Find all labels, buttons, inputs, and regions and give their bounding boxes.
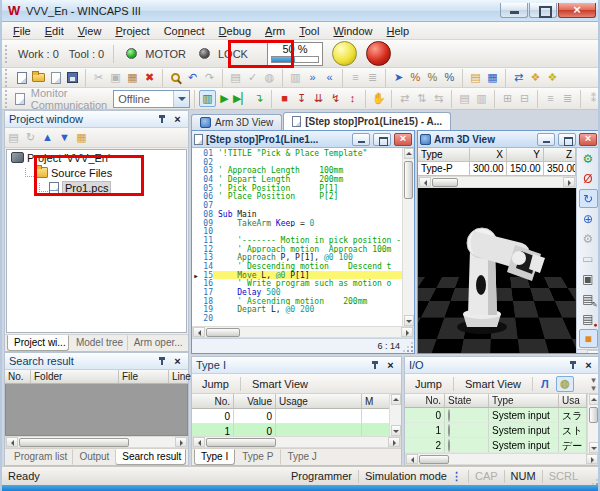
arm-traverse-icon[interactable]: ⇄ — [510, 69, 527, 86]
code-line-12[interactable]: 12 ' Approach motion Approach 100m — [192, 245, 402, 254]
file-transfer-icon[interactable]: ▥ — [199, 90, 216, 107]
column-header-y[interactable]: Y — [507, 148, 544, 162]
close-icon[interactable] — [579, 133, 597, 146]
code-line-16[interactable]: 16 ' Write program such as motion o — [192, 279, 402, 288]
run-to-cursor-icon[interactable]: ▶▏ — [233, 90, 250, 107]
position-value-cell[interactable]: 350.00 — [544, 162, 576, 176]
move-up-icon[interactable]: ▲ — [39, 129, 56, 146]
paste-icon[interactable]: ▦ — [124, 69, 141, 86]
scroll-thumb[interactable] — [206, 328, 240, 337]
tab-search-result[interactable]: Search result — [115, 449, 186, 465]
code-line-19[interactable]: 19 Depart L, @0 200 — [192, 305, 402, 314]
column-header-no[interactable]: No. — [5, 370, 31, 383]
column-header-m[interactable]: M — [362, 394, 389, 409]
cell[interactable] — [362, 409, 389, 424]
scroll-right-icon[interactable] — [401, 327, 413, 337]
run-icon[interactable]: ▶ — [216, 90, 233, 107]
pin-icon[interactable] — [156, 355, 169, 368]
io-row-0[interactable]: 0System inputスラ — [405, 408, 587, 423]
io-usage-cell[interactable]: スラ — [559, 408, 587, 423]
delete-icon[interactable]: ✖ — [141, 69, 158, 86]
halt-icon[interactable]: ↯ — [327, 90, 344, 107]
column-header-no[interactable]: No. — [405, 394, 445, 408]
close-icon[interactable] — [582, 359, 595, 372]
strip-scroll-corner[interactable] — [577, 349, 599, 353]
column-header-x[interactable]: X — [470, 148, 507, 162]
type-i-header[interactable]: Type I — [192, 357, 401, 374]
scroll-left-icon[interactable] — [6, 437, 18, 447]
position-value-cell[interactable]: 150.00 — [507, 162, 544, 176]
menu-project[interactable]: Project — [108, 24, 156, 38]
move-down-icon[interactable]: ▼ — [56, 129, 73, 146]
pin-icon[interactable] — [567, 359, 580, 372]
column-header-type[interactable]: Type — [489, 394, 559, 408]
vertical-scrollbar[interactable] — [402, 148, 414, 326]
cell[interactable]: 0 — [234, 409, 276, 424]
pin-icon[interactable] — [369, 359, 382, 372]
jump-button[interactable]: Jump — [194, 376, 237, 392]
step-run-icon[interactable]: ↴ — [250, 90, 267, 107]
code-line-14[interactable]: 14 ' Descending motion Descend t — [192, 262, 402, 271]
tree-item-project-vvv-en-[interactable]: Project 'VVV_En' — [7, 150, 186, 165]
scroll-left-icon[interactable] — [419, 177, 431, 187]
tab-program-list[interactable]: Program list — [7, 449, 72, 465]
resize-grip[interactable] — [586, 471, 596, 481]
tab-type-i[interactable]: Type I — [194, 449, 235, 465]
pulse-display-icon[interactable]: Л — [536, 376, 554, 392]
menu-file[interactable]: File — [6, 24, 38, 38]
code-editor-area[interactable]: 01'!TITLE "Pick & Place Template"0203' A… — [192, 148, 402, 326]
undo-icon[interactable]: ↶ — [184, 69, 201, 86]
code-line-13[interactable]: 13 Approach P, P[1], @0 100 — [192, 253, 402, 262]
code-line-17[interactable]: 17 Delay 500 — [192, 288, 402, 297]
scroll-right-icon[interactable] — [587, 350, 599, 353]
code-line-3[interactable]: 03' Approach Length 100mm — [192, 166, 402, 175]
snapshot-camera-icon[interactable]: ▣ — [579, 269, 598, 288]
code-line-6[interactable]: 06' Place Position P[2] — [192, 192, 402, 201]
speed-progressbar[interactable] — [271, 56, 319, 63]
scroll-right-icon[interactable] — [563, 177, 575, 187]
tab-type-j[interactable]: Type J — [280, 449, 323, 465]
menu-window[interactable]: Window — [326, 24, 379, 38]
io-row-2[interactable]: 2System inputデー — [405, 438, 587, 453]
toggle-comment-icon[interactable]: % — [441, 69, 458, 86]
minimize-icon[interactable] — [537, 133, 555, 146]
scroll-thumb[interactable] — [404, 161, 413, 199]
position-table-row[interactable]: Type-P300.00150.00350.00 — [418, 162, 576, 176]
scroll-thumb[interactable] — [589, 407, 598, 423]
column-header-usage[interactable]: Usage — [276, 394, 362, 409]
scroll-left-icon[interactable] — [193, 327, 205, 337]
code-line-8[interactable]: 08Sub Main — [192, 210, 402, 219]
stop-icon[interactable]: ■ — [276, 90, 293, 107]
code-line-10[interactable]: 10 — [192, 227, 402, 236]
scroll-up-icon[interactable] — [404, 148, 414, 159]
io-row-1[interactable]: 1System inputスト — [405, 423, 587, 438]
new-file-icon[interactable] — [13, 69, 30, 86]
code-line-11[interactable]: 11 '------- Motion in pick position -- — [192, 236, 402, 245]
tab-type-p[interactable]: Type P — [235, 449, 280, 465]
smart-view-button[interactable]: Smart View — [244, 376, 316, 392]
io-state-cell[interactable] — [445, 423, 489, 438]
robot-3d-viewport[interactable] — [418, 188, 576, 353]
scroll-down-icon[interactable] — [589, 442, 599, 453]
column-header-usa[interactable]: Usa — [559, 394, 587, 408]
tree-item-source-files[interactable]: Source Files — [7, 165, 186, 180]
code-line-18[interactable]: 18 ' Ascending motion 200mm — [192, 297, 402, 306]
scroll-left-icon[interactable] — [406, 454, 418, 464]
pan-view-icon[interactable]: ⊕ — [579, 209, 598, 228]
io-usage-cell[interactable]: デー — [559, 438, 587, 453]
step-over-icon[interactable]: ⇊ — [310, 90, 327, 107]
doc-tab-active[interactable]: [Step stop]Pro1(Line15) - A... — [283, 112, 451, 130]
outdent-icon[interactable]: « — [321, 69, 338, 86]
variable-row-1[interactable]: 10 — [192, 424, 389, 436]
lock-led-icon[interactable] — [199, 48, 210, 59]
tab-project-wi-[interactable]: Project wi... — [7, 335, 69, 351]
tree-item-pro1-pcs[interactable]: Pro1.pcs — [7, 180, 186, 195]
restore-icon[interactable] — [373, 133, 391, 146]
close-icon[interactable] — [394, 133, 412, 146]
variable-row-0[interactable]: 00 — [192, 409, 389, 424]
menu-view[interactable]: View — [71, 24, 109, 38]
toolbar-grip[interactable] — [5, 90, 9, 108]
io-number-cell[interactable]: 2 — [405, 438, 445, 453]
menu-edit[interactable]: Edit — [38, 24, 71, 38]
io-number-cell[interactable]: 1 — [405, 423, 445, 438]
